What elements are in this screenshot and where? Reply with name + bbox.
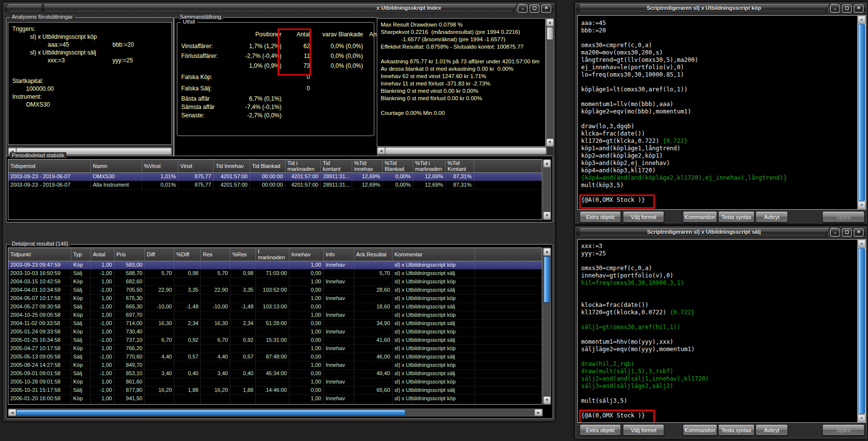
column-header[interactable]: Ack.Resultat [354, 248, 392, 261]
table-row[interactable]: 2005-08-24 14:27:58Köp1,00849,701,00Inne… [8, 361, 542, 370]
minimize-button[interactable]: – [830, 4, 840, 13]
main-titlebar[interactable]: x Utbildningsskript Index – ▢ ✕ [4, 3, 554, 14]
scrollbar-thumb[interactable] [385, 147, 546, 154]
editor-kop-titlebar[interactable]: Scriptredigeraren sl) x Utbildningsscrip… [576, 3, 867, 14]
column-header[interactable]: %Vinst [142, 160, 178, 172]
column-header[interactable]: Diff [145, 248, 174, 261]
column-header[interactable]: Namn [91, 160, 142, 172]
details-vertical-scrollbar[interactable]: ▲ ▼ [543, 248, 551, 405]
table-row[interactable]: 2005-09-01 09:01:58Sälj-1,00853,103,400,… [8, 370, 542, 378]
table-cell: 1,00 [289, 311, 324, 319]
column-header[interactable]: %Tid Blankad [383, 160, 413, 172]
down-arrow-icon[interactable]: ▼ [546, 138, 554, 146]
table-row[interactable]: 2005-04-27 10:17:58Köp1,00766,201,00Inne… [8, 345, 542, 353]
table-row[interactable]: 2006-01-20 16:05:58Sälj-1,00944,102,600,… [8, 403, 542, 405]
left-arrow-icon[interactable]: ◄ [377, 147, 385, 154]
valj-formel-button[interactable]: Välj formel [623, 211, 664, 222]
kommandon-button[interactable]: Kommandon [683, 424, 717, 436]
extra-objekt-button[interactable]: Extra objekt [580, 211, 621, 222]
column-header[interactable]: %Tid i marknaden [413, 160, 446, 172]
close-button[interactable]: ✕ [541, 4, 551, 13]
close-button[interactable]: ✕ [854, 228, 864, 237]
maximize-button[interactable]: ▢ [842, 228, 852, 237]
code-editor-kop[interactable]: aaa:=45bbb:=20 omxs30=cmpref(c,0,a)ma200… [577, 15, 866, 210]
kommandon-button[interactable]: Kommandon [683, 211, 717, 222]
column-header[interactable]: %Tid innehav [352, 160, 383, 172]
table-row[interactable]: 2005-10-28 09:01:58Köp1,00861,601,00Inne… [8, 378, 542, 386]
period-vertical-scrollbar[interactable]: ▲ ▼ [543, 159, 551, 220]
down-arrow-icon[interactable]: ▼ [858, 201, 866, 209]
table-row[interactable]: 2004-05-07 10:17:58Köp1,00675,301,00Inne… [8, 295, 542, 303]
scrollbar-thumb[interactable] [858, 248, 865, 414]
right-arrow-icon[interactable]: ► [534, 409, 542, 416]
column-header[interactable]: Res [201, 248, 230, 261]
extra-objekt-button[interactable]: Extra objekt [580, 424, 621, 436]
minimize-button[interactable]: – [518, 4, 528, 13]
table-row[interactable]: 2004-11-02 09:33:58Sälj-1,00714,0016,302… [8, 320, 542, 328]
column-header[interactable]: Innehav [289, 248, 324, 261]
table-row[interactable]: 2004-10-25 09:05:58Köp1,00697,701,00Inne… [8, 311, 542, 320]
minimize-button[interactable]: – [830, 228, 840, 237]
table-row[interactable]: 2005-01-24 09:33:58Köp1,00730,401,00Inne… [8, 328, 542, 336]
table-row[interactable]: 2003-09-23 - 2019-06-07OMXS301,01%875,77… [8, 173, 542, 181]
editor-vertical-scrollbar[interactable]: ▲ ▼ [857, 16, 866, 209]
avbryt-button[interactable]: Avbryt [756, 211, 788, 222]
table-row[interactable]: 2004-03-15 10:42:59Köp1,00682,601,00Inne… [8, 278, 542, 286]
results-horizontal-scrollbar[interactable]: ◄ [377, 147, 547, 155]
maximize-button[interactable]: ▢ [530, 4, 539, 13]
results-vertical-scrollbar[interactable]: ▲ ▼ [546, 18, 554, 147]
table-cell: Sälj [71, 270, 91, 277]
valj-formel-button[interactable]: Välj formel [623, 424, 664, 436]
down-arrow-icon[interactable]: ▼ [858, 414, 866, 422]
editor-salj-titlebar[interactable]: Scriptredigeraren sl) x Utbildningsscrip… [576, 227, 867, 238]
avbryt-button[interactable]: Avbryt [756, 424, 788, 436]
table-row[interactable]: 2004-04-01 10:34:59Sälj-1,00705,5022,903… [8, 286, 542, 295]
column-header[interactable]: %Tid Kontant [446, 160, 474, 172]
scrollbar-thumb[interactable] [544, 256, 550, 303]
column-header[interactable]: Typ [71, 248, 91, 261]
column-header[interactable]: Info [324, 248, 354, 261]
scrollbar-thumb[interactable] [547, 27, 553, 40]
column-header[interactable]: Tid i marknaden [285, 160, 321, 172]
down-arrow-icon[interactable]: ▼ [543, 396, 551, 404]
up-arrow-icon[interactable]: ▲ [546, 19, 554, 27]
table-row[interactable]: 2006-01-20 16:00:58Köp1,00941,501,00Inne… [8, 395, 542, 403]
column-header[interactable]: Kommentar [392, 248, 475, 261]
table-row[interactable]: 2005-01-25 16:34:58Sälj-1,00737,106,700,… [8, 336, 542, 345]
spara-button[interactable]: Spara [822, 424, 865, 436]
down-arrow-icon[interactable]: ▼ [543, 212, 551, 220]
column-header[interactable]: Tid kontant [321, 160, 352, 172]
column-header[interactable]: I marknaden [256, 248, 289, 261]
up-arrow-icon[interactable]: ▲ [543, 248, 551, 256]
table-row[interactable]: 2003-09-23 - 2019-06-07Alla Instrument0,… [8, 181, 542, 190]
result-line: Avkastning 875.77 kr 1.01% på 73 affärer… [381, 58, 542, 65]
left-arrow-icon[interactable]: ◄ [8, 409, 16, 416]
column-header[interactable]: %Res [230, 248, 256, 261]
table-row[interactable]: 2005-10-31 15:17:58Sälj-1,00877,8016,201… [8, 386, 542, 395]
maximize-button[interactable]: ▢ [842, 4, 852, 13]
spara-button[interactable]: Spara [822, 211, 865, 222]
column-header[interactable]: Vinst [178, 160, 214, 172]
editor-vertical-scrollbar[interactable]: ▲ ▼ [857, 240, 866, 422]
table-row[interactable]: 2004-05-27 09:30:58Sälj-1,00665,30-10,00… [8, 303, 542, 311]
testa-syntax-button[interactable]: Testa syntax [718, 211, 755, 222]
code-editor-salj[interactable]: xxx:=3yyy:=25 omxs30=cmpref(c,0,a)inneha… [577, 239, 866, 423]
up-arrow-icon[interactable]: ▲ [543, 160, 551, 167]
column-header[interactable]: Tidpunkt [8, 248, 71, 261]
column-header[interactable]: Pris [114, 248, 145, 261]
scrollbar-thumb[interactable] [16, 410, 405, 415]
table-row[interactable]: 2003-10-03 16:50:59Sälj-1,00588,705,700,… [8, 270, 542, 278]
table-row[interactable]: 2005-05-13 09:05:58Sälj-1,00770,604,400,… [8, 353, 542, 361]
scrollbar-thumb[interactable] [858, 24, 865, 201]
table-row[interactable]: 2003-09-23 09:47:59Köp1,00583,001,00Inne… [8, 261, 542, 270]
column-header[interactable]: %Diff [174, 248, 201, 261]
close-button[interactable]: ✕ [854, 4, 864, 13]
column-header[interactable]: Antal [91, 248, 114, 261]
column-header[interactable]: Tid Blankad [250, 160, 285, 172]
up-arrow-icon[interactable]: ▲ [858, 240, 866, 248]
up-arrow-icon[interactable]: ▲ [858, 16, 866, 24]
column-header[interactable]: Tidsperiod [8, 160, 91, 172]
details-horizontal-scrollbar[interactable]: ◄ ► [8, 409, 543, 416]
testa-syntax-button[interactable]: Testa syntax [718, 424, 755, 436]
column-header[interactable]: Tid Innehav [214, 160, 250, 172]
